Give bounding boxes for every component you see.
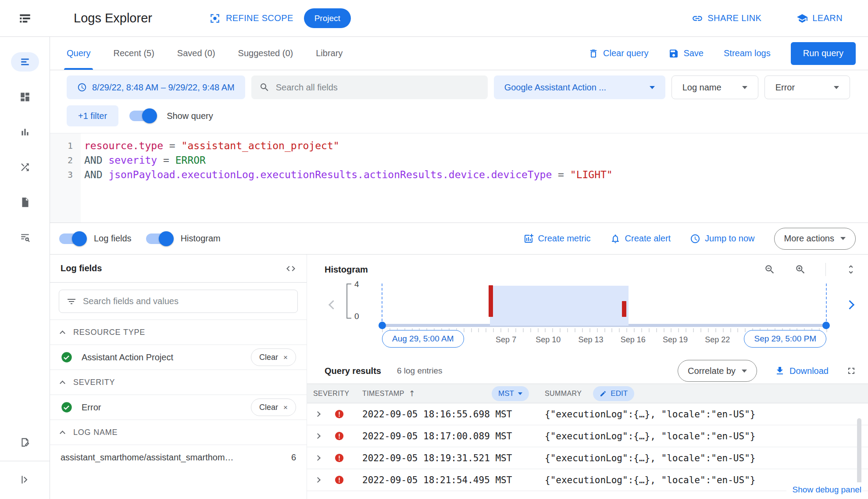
expand-row-chevron[interactable]	[307, 412, 328, 416]
pan-right-button[interactable]	[847, 300, 853, 310]
pan-left-button[interactable]	[330, 300, 336, 310]
stream-logs-button[interactable]: Stream logs	[724, 48, 771, 58]
log-name-dropdown[interactable]: Log name	[672, 75, 758, 99]
timezone-dropdown[interactable]: MST	[492, 386, 529, 401]
download-button[interactable]: Download	[775, 366, 829, 376]
histogram-bar[interactable]	[489, 285, 493, 317]
tab-library[interactable]: Library	[304, 37, 354, 70]
log-fields-toggle[interactable]: Log fields	[58, 231, 132, 246]
histogram-plot[interactable]	[382, 284, 826, 326]
refine-scope-button[interactable]: REFINE SCOPE	[209, 13, 293, 24]
learn-button[interactable]: LEARN	[797, 13, 843, 24]
range-start-pill[interactable]: Aug 29, 5:00 AM	[382, 330, 464, 348]
column-severity[interactable]: SEVERITY	[307, 390, 360, 398]
log-entry-row[interactable]: 2022-09-05 18:21:54.495 MST{"executionLo…	[307, 469, 868, 491]
log-entry-row[interactable]: 2022-09-05 18:17:00.089 MST{"executionLo…	[307, 425, 868, 447]
nav-log-analytics[interactable]	[11, 228, 39, 247]
correlate-by-dropdown[interactable]: Correlate by	[678, 360, 757, 382]
project-scope-badge[interactable]: Project	[304, 8, 351, 28]
edit-summary-button[interactable]: EDIT	[593, 386, 634, 401]
expand-collapse-icon[interactable]	[845, 264, 857, 275]
code-brackets-icon[interactable]	[286, 263, 296, 274]
tab-recent-5[interactable]: Recent (5)	[102, 37, 165, 70]
tab-saved-0[interactable]: Saved (0)	[166, 37, 227, 70]
divider	[825, 263, 826, 276]
log-fields-search-input[interactable]	[83, 296, 290, 306]
global-search[interactable]	[251, 75, 488, 99]
log-fields-section-header[interactable]: SEVERITY	[50, 370, 307, 395]
nav-log-based-metrics[interactable]	[11, 122, 39, 142]
create-metric-button[interactable]: Create metric	[523, 233, 591, 244]
log-entry-row[interactable]: 2022-09-05 18:16:55.698 MST{"executionLo…	[307, 403, 868, 425]
zoom-in-icon[interactable]	[795, 264, 806, 275]
range-start-line	[382, 284, 382, 326]
slider-end-handle[interactable]	[822, 322, 830, 329]
jump-to-now-button[interactable]: Jump to now	[690, 233, 754, 244]
log-fields-item[interactable]: assistant_smarthome/assistant_smarthom…6	[50, 445, 307, 470]
show-debug-panel-link[interactable]: Show debug panel	[786, 482, 862, 497]
log-entries-count: 6 log entries	[397, 366, 443, 376]
histogram-selection[interactable]	[490, 286, 629, 326]
column-summary[interactable]: SUMMARY	[545, 390, 582, 398]
clear-filter-button[interactable]: Clear×	[251, 398, 296, 416]
chevron-down-icon	[834, 86, 839, 89]
nav-log-storage[interactable]	[11, 193, 39, 212]
share-link-button[interactable]: SHARE LINK	[692, 13, 761, 24]
more-actions-button[interactable]: More actions	[774, 228, 856, 250]
query-line[interactable]: AND severity = ERROR	[84, 153, 868, 168]
slider-start-handle[interactable]	[379, 322, 386, 329]
query-line[interactable]: resource.type = "assistant_action_projec…	[84, 139, 868, 153]
log-summary[interactable]: {"executionLog":{…}, "locale":"en-US"}	[542, 431, 868, 442]
log-timestamp[interactable]: 2022-09-05 18:19:31.521 MST	[360, 453, 542, 463]
log-entry-row[interactable]: 2022-09-05 18:19:31.521 MST{"executionLo…	[307, 447, 868, 469]
log-fields-switch[interactable]	[58, 231, 87, 246]
line-number: 1	[50, 139, 73, 153]
log-timestamp[interactable]: 2022-09-05 18:17:00.089 MST	[360, 431, 542, 442]
log-timestamp[interactable]: 2022-09-05 18:21:54.495 MST	[360, 475, 542, 485]
clear-query-button[interactable]: Clear query	[588, 48, 648, 59]
log-summary[interactable]: {"executionLog":{…}, "locale":"en-US"}	[542, 453, 868, 463]
sort-ascending-icon[interactable]: ↑	[409, 389, 415, 398]
create-alert-button[interactable]: Create alert	[610, 233, 671, 244]
nav-log-router[interactable]	[11, 158, 39, 177]
cloud-logging-logo[interactable]	[0, 12, 50, 25]
expand-row-chevron[interactable]	[307, 434, 328, 438]
log-summary[interactable]: {"executionLog":{…}, "locale":"en-US"}	[542, 409, 868, 420]
check-circle-icon	[61, 401, 73, 413]
histogram-bar[interactable]	[622, 301, 626, 317]
log-fields-section-header[interactable]: LOG NAME	[50, 420, 307, 445]
expand-row-chevron[interactable]	[307, 478, 328, 482]
save-button[interactable]: Save	[668, 48, 704, 59]
query-editor[interactable]: 123 resource.type = "assistant_action_pr…	[50, 133, 868, 223]
log-fields-section-header[interactable]: RESOURCE TYPE	[50, 320, 307, 345]
run-query-button[interactable]: Run query	[791, 42, 856, 65]
show-query-toggle[interactable]	[128, 108, 157, 123]
query-line[interactable]: AND jsonPayload.executionLog.executionRe…	[84, 168, 868, 182]
expand-row-chevron[interactable]	[307, 456, 328, 460]
log-fields-item[interactable]: Assistant Action ProjectClear×	[50, 345, 307, 370]
add-filter-button[interactable]: +1 filter	[67, 105, 118, 126]
zoom-out-icon[interactable]	[764, 264, 775, 275]
error-severity-icon	[328, 431, 360, 441]
column-timestamp[interactable]: TIMESTAMP	[362, 390, 404, 398]
range-end-pill[interactable]: Sep 29, 5:00 PM	[744, 330, 826, 348]
editor-code[interactable]: resource.type = "assistant_action_projec…	[81, 133, 868, 223]
time-range-filter[interactable]: 8/29/22, 8:48 AM – 9/29/22, 9:48 AM	[67, 75, 245, 99]
fullscreen-icon[interactable]	[846, 366, 857, 376]
tab-query[interactable]: Query	[55, 37, 102, 70]
filter-bar-secondary: +1 filter Show query	[67, 105, 868, 126]
log-fields-item[interactable]: ErrorClear×	[50, 395, 307, 420]
log-fields-search[interactable]	[59, 290, 298, 313]
clear-filter-button[interactable]: Clear×	[251, 348, 296, 366]
resource-filter-dropdown[interactable]: Google Assistant Action ...	[494, 75, 665, 99]
nav-logs-explorer[interactable]	[11, 52, 39, 72]
search-all-fields-input[interactable]	[276, 83, 480, 93]
expand-nav-button[interactable]	[11, 470, 39, 489]
severity-dropdown[interactable]: Error	[764, 75, 850, 99]
nav-release-notes[interactable]	[11, 433, 39, 452]
histogram-switch[interactable]	[145, 231, 174, 246]
nav-logs-dashboard[interactable]	[11, 87, 39, 107]
tab-suggested-0[interactable]: Suggested (0)	[227, 37, 305, 70]
log-timestamp[interactable]: 2022-09-05 18:16:55.698 MST	[360, 409, 542, 420]
histogram-toggle[interactable]: Histogram	[145, 231, 221, 246]
